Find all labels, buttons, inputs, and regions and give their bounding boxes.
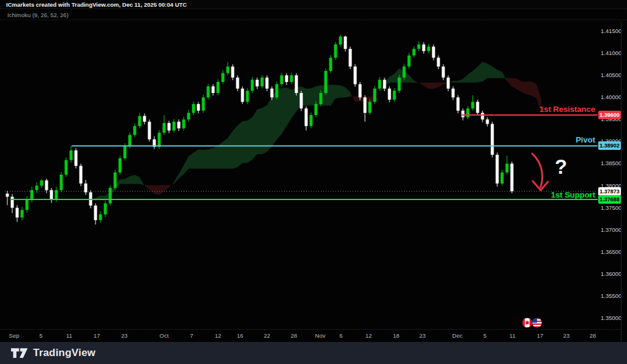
price-tick-label: 1.37500 [601, 204, 621, 212]
cloud-segment [81, 202, 86, 204]
cloud-segment [434, 83, 438, 89]
time-tick-label: 5 [32, 332, 50, 339]
candle-body [305, 108, 308, 126]
ichimoku-cloud [56, 62, 541, 206]
candle-body [40, 180, 43, 186]
indicator-legend[interactable]: Ichimoku (9, 26, 52, 26) [0, 10, 627, 20]
candle-body [413, 49, 416, 56]
cloud-segment [438, 83, 443, 87]
candle-body [393, 91, 396, 99]
candle-body [207, 86, 210, 97]
chart-canvas[interactable] [0, 0, 627, 364]
cloud-segment [233, 125, 238, 169]
cloud-segment [350, 92, 355, 102]
candle-body [192, 104, 195, 113]
candle-body [60, 175, 63, 190]
attribution-text: ICmarkets created with TradingView.com, … [6, 1, 187, 8]
cloud-segment [262, 105, 267, 154]
candle-body [236, 78, 239, 89]
candle-body [447, 78, 450, 89]
symbol-flags [521, 317, 543, 331]
time-tick-label: 5 [476, 332, 494, 339]
candle-body [442, 67, 445, 78]
cloud-segment [345, 87, 350, 98]
candle-body [388, 89, 391, 100]
candle-body [16, 208, 19, 218]
level-lines [5, 115, 598, 199]
candle-body [511, 163, 514, 191]
candle-body [251, 80, 254, 91]
cloud-segment [242, 121, 247, 163]
cloud-segment [252, 110, 257, 160]
candle-body [457, 97, 460, 111]
candle-body [202, 97, 205, 111]
cloud-segment [159, 185, 164, 195]
time-tick-label: 11 [504, 332, 521, 339]
price-tick-label: 1.40000 [601, 94, 621, 101]
candle-body [422, 45, 426, 51]
cloud-segment [135, 175, 140, 184]
candle-body [354, 67, 357, 84]
price-tick-label: 1.35000 [601, 314, 621, 322]
candle-body [369, 102, 372, 113]
time-tick-label: 28 [285, 332, 302, 339]
candle-body [320, 93, 323, 104]
time-tick-label: 23 [558, 332, 575, 339]
candle-body [315, 104, 318, 115]
cloud-segment [203, 149, 208, 169]
time-axis[interactable]: Sep5111723Oct712162228Nov6121823Dec51117… [0, 329, 621, 343]
pivot-label: Pivot [576, 135, 595, 144]
cloud-segment [340, 85, 345, 97]
time-tick-label: Dec [449, 332, 466, 339]
candle-body [374, 89, 377, 102]
price-tick-label: 1.41000 [601, 50, 621, 57]
candle-body [148, 122, 151, 139]
cloud-segment [179, 165, 184, 178]
tradingview-logo[interactable]: TradingView [11, 347, 96, 359]
candle-body [197, 104, 200, 111]
cloud-segment [125, 176, 130, 184]
candle-body [506, 163, 509, 172]
candle-body [212, 86, 215, 93]
cloud-segment [140, 177, 145, 185]
time-tick-label: 22 [258, 332, 276, 339]
candle-body [271, 89, 274, 97]
candle-body [325, 71, 328, 93]
candle-body [217, 82, 220, 93]
support-price-badge: 1.37688 [598, 195, 621, 204]
chart-window: ICmarkets created with TradingView.com, … [0, 0, 627, 364]
cloud-segment [492, 67, 497, 78]
candle-body [471, 102, 475, 108]
cloud-segment [193, 150, 198, 169]
cloud-segment [287, 87, 291, 126]
candle-body [295, 75, 298, 93]
candle-body [109, 188, 112, 203]
candle-body [143, 116, 146, 122]
candle-body [437, 58, 440, 66]
resistance-label: 1st Resistance [539, 105, 595, 114]
axis-frame-line [621, 21, 621, 342]
candle-body [364, 97, 367, 113]
cloud-segment [487, 64, 492, 78]
time-tick-label: 17 [88, 332, 105, 339]
cloud-segment [527, 81, 531, 95]
cloud-segment [331, 84, 336, 105]
cloud-segment [145, 185, 149, 190]
candle-body [403, 67, 406, 78]
cloud-segment [282, 87, 287, 134]
footer-bar: TradingView [0, 342, 627, 364]
time-tick-label: 28 [584, 332, 601, 339]
pivot-price-badge: 1.38902 [598, 141, 621, 150]
candle-body [158, 133, 161, 147]
candle-body [408, 56, 411, 67]
cloud-segment [149, 185, 154, 194]
candle-body [182, 119, 186, 128]
us-flag-icon [532, 318, 542, 328]
indicator-label[interactable]: Ichimoku (9, 26, 52, 26) [7, 12, 69, 18]
cloud-segment [502, 72, 507, 81]
candle-body [173, 122, 176, 130]
cloud-segment [468, 71, 473, 83]
candle-body [21, 210, 24, 217]
cloud-segment [247, 117, 252, 163]
down-arrow-annotation [532, 154, 548, 190]
